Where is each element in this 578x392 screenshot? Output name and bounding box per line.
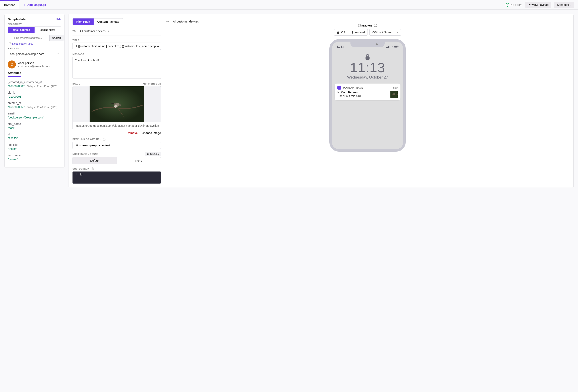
svg-point-17 — [393, 93, 395, 95]
main: Sample data Hide SEARCH BY email address… — [0, 10, 578, 192]
svg-point-5 — [114, 103, 116, 105]
attribute-row: first_name"cool" — [8, 122, 61, 130]
results-label: RESULTS — [8, 47, 61, 49]
attribute-value: "1680028900" — [8, 85, 26, 88]
phone-notch — [350, 42, 385, 47]
sample-data-title: Sample data — [8, 17, 26, 21]
characters-count: Characters: 20 — [166, 24, 569, 27]
to-value: All customer devices — [80, 30, 105, 33]
no-errors-label: No errors — [511, 3, 522, 6]
apple-icon — [337, 31, 339, 34]
caret-down-icon: ▼ — [397, 31, 398, 33]
preview-to-row: TO All customer devices — [166, 18, 569, 24]
message-label: MESSAGE — [73, 53, 161, 55]
attribute-row: id"12345" — [8, 133, 61, 140]
sound-default[interactable]: Default — [73, 157, 117, 164]
platform-ios[interactable]: iOS — [334, 29, 348, 35]
attribute-value: "cool" — [8, 126, 15, 130]
search-button[interactable]: Search — [49, 35, 63, 41]
attribute-value: "12345" — [8, 137, 18, 140]
type-custom-payload[interactable]: Custom Payload — [94, 18, 123, 25]
apple-icon — [147, 153, 149, 155]
question-icon: ? — [9, 42, 11, 45]
remove-image-button[interactable]: Remove — [127, 131, 138, 135]
sound-none[interactable]: None — [117, 157, 161, 164]
image-preview — [73, 86, 161, 122]
wifi-icon — [390, 46, 393, 48]
notification-card: YOUR APP NAME now Hi Cool Person Check o… — [335, 84, 400, 100]
deeplink-label: DEEP LINK OR WEB URL — [73, 138, 101, 140]
search-tips-link[interactable]: ? Need search tips? — [8, 42, 61, 45]
to-label: TO — [73, 30, 76, 32]
title-input[interactable] — [73, 43, 161, 50]
type-rich-push[interactable]: Rich Push — [73, 18, 94, 25]
search-by-label: SEARCH BY — [8, 23, 61, 25]
attribute-note: Today at 11:41:40 am (PDT) — [27, 85, 57, 88]
content-panel: Rich Push Custom Payload TO All customer… — [68, 14, 574, 188]
attribute-row: job_title"tester" — [8, 143, 61, 150]
svg-rect-9 — [387, 47, 388, 48]
platform-segment: iOS Android — [334, 29, 368, 36]
attribute-key: id — [8, 133, 61, 136]
custom-data-editor[interactable]: 1 {} — [73, 172, 161, 184]
preview-column: TO All customer devices Characters: 20 i… — [166, 18, 569, 184]
results-select[interactable]: cool.person@example.com ▼ — [8, 51, 61, 57]
sound-segment: Default None — [73, 157, 161, 164]
code-content: {} — [79, 173, 83, 182]
check-circle-icon: ✓ — [506, 3, 509, 7]
svg-rect-11 — [389, 46, 389, 48]
search-by-segment: email address adding filters — [8, 27, 61, 33]
avatar: C — [8, 60, 16, 68]
preview-payload-button[interactable]: Preview payload — [525, 1, 551, 8]
attribute-row: email"cool.person@example.com" — [8, 112, 61, 119]
hide-link[interactable]: Hide — [56, 18, 61, 21]
svg-rect-15 — [366, 56, 370, 60]
attributes-tab[interactable]: Attributes — [8, 71, 61, 77]
search-by-filters[interactable]: adding filters — [35, 27, 61, 33]
notif-thumbnail — [390, 91, 398, 98]
view-mode-select[interactable]: iOS Lock Screen ▼ — [369, 29, 401, 36]
battery-icon — [394, 46, 398, 48]
phone-frame: 11:13 11:13 Wednesday, October 27 — [329, 39, 406, 152]
title-label: TITLE — [73, 39, 161, 41]
notif-message: Check out this bird! — [337, 94, 388, 98]
push-type-segment: Rich Push Custom Payload — [73, 18, 123, 25]
attribute-key: job_title — [8, 143, 61, 147]
sound-label-row: NOTIFICATION SOUND iOS Only — [73, 152, 161, 156]
attribute-value: "01000203" — [8, 95, 22, 98]
send-test-button[interactable]: Send test... — [554, 1, 574, 8]
attribute-row: _created_in_customerio_at"1680028900"Tod… — [8, 81, 61, 88]
svg-rect-10 — [388, 46, 389, 48]
android-icon — [351, 31, 354, 34]
attribute-key: cio_id — [8, 91, 61, 94]
help-icon[interactable]: ? — [103, 138, 105, 141]
platform-android[interactable]: Android — [348, 29, 368, 35]
choose-image-button[interactable]: Choose image — [142, 131, 161, 135]
svg-rect-8 — [386, 47, 387, 48]
preview-to-value: All customer devices — [173, 20, 199, 23]
code-gutter: 1 — [73, 173, 79, 182]
image-url-input[interactable] — [73, 122, 161, 129]
tab-content[interactable]: Content — [0, 0, 19, 9]
topbar-right: ✓ No errors Preview payload Send test... — [506, 1, 574, 8]
person-card: C cool person cool.person@example.com — [8, 60, 61, 68]
attribute-value: "tester" — [8, 147, 17, 150]
search-input[interactable] — [8, 35, 49, 41]
to-selector[interactable]: All customer devices ▼ — [80, 30, 109, 33]
deeplink-input[interactable] — [73, 142, 161, 149]
attribute-value: "1680028853" — [8, 105, 26, 109]
add-language-button[interactable]: ＋ Add language — [19, 2, 49, 7]
search-row: Search — [8, 35, 61, 41]
topbar-left: Content ＋ Add language — [0, 0, 49, 9]
image-maxsize: Max file size 1 MB — [143, 83, 161, 85]
help-icon[interactable]: ? — [91, 167, 94, 170]
lock-screen-date: Wednesday, October 27 — [332, 75, 403, 80]
caret-down-icon: ▼ — [107, 30, 109, 32]
deeplink-label-row: DEEP LINK OR WEB URL ? — [73, 138, 161, 141]
camera-dot-icon — [376, 43, 378, 45]
attribute-row: created_at"1680028853"Today at 11:40:53 … — [8, 101, 61, 109]
search-by-email[interactable]: email address — [8, 27, 35, 33]
sound-label: NOTIFICATION SOUND — [73, 153, 98, 155]
sample-data-sidebar: Sample data Hide SEARCH BY email address… — [4, 14, 65, 167]
message-textarea[interactable] — [73, 57, 161, 79]
